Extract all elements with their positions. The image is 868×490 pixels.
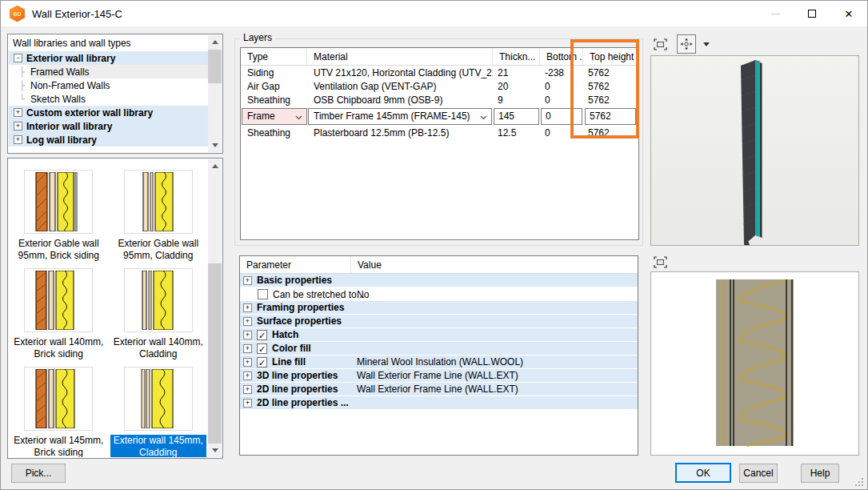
expand-icon[interactable]: + bbox=[14, 122, 22, 131]
wall-type-item-selected[interactable]: Exterior wall 145mm, Cladding bbox=[110, 367, 206, 457]
help-button[interactable]: Help bbox=[801, 464, 839, 483]
expand-icon[interactable]: + bbox=[243, 317, 252, 326]
minimize-button[interactable] bbox=[757, 1, 794, 26]
bottom-height-input[interactable] bbox=[541, 108, 582, 125]
layer-row[interactable]: Sheathing Plasterboard 12.5mm (PB-12.5) … bbox=[241, 126, 638, 139]
ok-button[interactable]: OK bbox=[675, 463, 731, 483]
checkbox-checked-icon[interactable] bbox=[257, 330, 267, 340]
wall-type-label-selected: Exterior wall 145mm, Cladding bbox=[110, 435, 206, 457]
top-height-input[interactable] bbox=[585, 108, 636, 125]
param-row-framing-properties[interactable]: + Framing properties bbox=[240, 301, 638, 315]
preview-2d-viewport[interactable] bbox=[650, 271, 859, 456]
tree-scrollbar[interactable] bbox=[208, 35, 222, 152]
tree-item-sketch-walls[interactable]: └ Sketch Walls bbox=[9, 92, 208, 106]
tree-item-exterior-wall-library[interactable]: - Exterior wall library bbox=[9, 51, 208, 65]
param-label: Basic properties bbox=[257, 275, 332, 286]
param-row-surface-properties[interactable]: + Surface properties bbox=[240, 315, 638, 328]
expand-icon[interactable]: + bbox=[243, 331, 252, 339]
wall-type-thumbnail[interactable] bbox=[24, 367, 93, 431]
layer-type: Sheathing bbox=[241, 94, 307, 106]
layer-material: Timber Frame 145mm (FRAME-145) bbox=[314, 110, 470, 122]
column-header-type[interactable]: Type bbox=[241, 48, 307, 65]
preview-3d-panel bbox=[647, 33, 862, 247]
orbit-icon bbox=[680, 38, 693, 50]
param-label: Line fill bbox=[272, 356, 306, 368]
expand-icon[interactable]: + bbox=[14, 135, 22, 144]
wall-type-thumbnail[interactable] bbox=[24, 170, 93, 234]
wall-type-thumbnail[interactable] bbox=[124, 268, 193, 332]
wall-type-item[interactable]: Exterior wall 140mm, Brick siding bbox=[10, 268, 106, 360]
param-row-hatch[interactable]: + Hatch bbox=[240, 328, 638, 342]
pick-button[interactable]: Pick... bbox=[11, 464, 66, 483]
wall-type-thumbnail[interactable] bbox=[124, 170, 193, 234]
expand-icon[interactable]: + bbox=[243, 399, 252, 408]
scroll-up-icon[interactable] bbox=[208, 35, 222, 49]
orbit-tool-button[interactable] bbox=[677, 34, 696, 54]
close-button[interactable]: ✕ bbox=[830, 1, 867, 26]
expand-icon[interactable]: + bbox=[243, 385, 252, 394]
column-header-bottom[interactable]: Bottom .. bbox=[540, 48, 583, 65]
expand-icon[interactable]: + bbox=[14, 108, 22, 117]
tree-item-non-framed-walls[interactable]: ├ Non-Framed Walls bbox=[9, 78, 208, 92]
layer-material-dropdown[interactable]: Timber Frame 145mm (FRAME-145) bbox=[308, 108, 492, 125]
expand-icon[interactable]: + bbox=[243, 276, 252, 285]
layer-thickness: 20 bbox=[493, 81, 540, 92]
wall-type-thumbnail[interactable] bbox=[24, 268, 93, 332]
layer-row[interactable]: Air Gap Ventilation Gap (VENT-GAP) 20 0 … bbox=[241, 79, 638, 93]
layer-type: Siding bbox=[241, 67, 307, 78]
param-label: 2D line properties bbox=[257, 384, 338, 395]
column-header-value[interactable]: Value bbox=[351, 256, 382, 273]
scrollbar-thumb[interactable] bbox=[208, 50, 222, 83]
param-row-2d-line-properties[interactable]: + 2D line properties Wall Exterior Frame… bbox=[240, 383, 638, 396]
layer-row[interactable]: Siding UTV 21x120, Horizontal Cladding (… bbox=[241, 66, 638, 79]
checkbox-unchecked-icon[interactable] bbox=[258, 289, 268, 299]
resize-grip[interactable] bbox=[855, 478, 864, 487]
expand-icon[interactable]: + bbox=[243, 344, 252, 353]
tree-item-log-wall-library[interactable]: + Log wall library bbox=[9, 133, 208, 147]
wall-type-scrollbar[interactable] bbox=[208, 159, 222, 457]
param-label: 2D line properties ... bbox=[257, 397, 349, 408]
param-row-2d-line-properties-2[interactable]: + 2D line properties ... bbox=[240, 396, 638, 410]
column-header-thickness[interactable]: Thickn... bbox=[493, 48, 540, 65]
collapse-icon[interactable]: - bbox=[14, 54, 22, 62]
scroll-down-icon[interactable] bbox=[208, 444, 222, 457]
param-row-color-fill[interactable]: + Color fill bbox=[240, 342, 638, 355]
tree-header: Wall libraries and wall types bbox=[9, 35, 208, 51]
layer-type-dropdown[interactable]: Frame bbox=[242, 108, 307, 125]
expand-icon[interactable]: + bbox=[243, 372, 252, 380]
param-label: Surface properties bbox=[257, 315, 342, 327]
maximize-button[interactable] bbox=[794, 1, 830, 26]
param-row-3d-line-properties[interactable]: + 3D line properties Wall Exterior Frame… bbox=[240, 369, 638, 383]
checkbox-checked-icon[interactable] bbox=[257, 357, 267, 368]
param-row-line-fill[interactable]: + Line fill Mineral Wool Insulation (WAL… bbox=[240, 355, 638, 369]
checkbox-checked-icon[interactable] bbox=[257, 343, 267, 354]
fit-view-button[interactable] bbox=[650, 34, 670, 54]
column-header-top-height[interactable]: Top height bbox=[583, 48, 638, 65]
column-header-material[interactable]: Material bbox=[307, 48, 493, 65]
expand-icon[interactable]: + bbox=[243, 358, 252, 367]
cancel-button[interactable]: Cancel bbox=[739, 464, 778, 483]
column-header-parameter[interactable]: Parameter bbox=[240, 256, 351, 273]
tree-item-interior-wall-library[interactable]: + Interior wall library bbox=[9, 119, 208, 133]
scrollbar-thumb[interactable] bbox=[208, 263, 222, 444]
param-row-can-be-stretched[interactable]: Can be stretched to... No bbox=[240, 287, 638, 301]
preview-3d-viewport[interactable] bbox=[650, 55, 859, 246]
wall-type-item[interactable]: Exterior wall 145mm, Brick siding bbox=[10, 367, 106, 457]
tree-item-custom-exterior-wall-library[interactable]: + Custom exterior wall library bbox=[9, 106, 208, 119]
param-row-basic-properties[interactable]: + Basic properties bbox=[240, 274, 638, 287]
wall-type-item[interactable]: Exterior Gable wall 95mm, Brick siding bbox=[10, 170, 106, 262]
layer-row[interactable]: Sheathing OSB Chipboard 9mm (OSB-9) 9 0 … bbox=[241, 93, 638, 106]
wall-type-thumbnail[interactable] bbox=[124, 367, 193, 431]
fit-view-button[interactable] bbox=[650, 252, 670, 271]
layer-row-editing[interactable]: Frame Timber Frame 145mm (FRAME-145) bbox=[241, 106, 638, 126]
scroll-down-icon[interactable] bbox=[208, 139, 222, 152]
wall-type-item[interactable]: Exterior Gable wall 95mm, Cladding bbox=[110, 170, 206, 262]
wall-type-item[interactable]: Exterior wall 140mm, Cladding bbox=[110, 268, 206, 360]
tree-item-label: Exterior wall library bbox=[26, 53, 115, 64]
scroll-up-icon[interactable] bbox=[208, 159, 222, 173]
layer-thickness: 21 bbox=[493, 67, 540, 78]
tree-item-framed-walls[interactable]: ├ Framed Walls bbox=[9, 65, 208, 78]
view-mode-dropdown-icon[interactable] bbox=[703, 42, 710, 46]
expand-icon[interactable]: + bbox=[243, 303, 252, 312]
thickness-input[interactable] bbox=[494, 108, 539, 125]
